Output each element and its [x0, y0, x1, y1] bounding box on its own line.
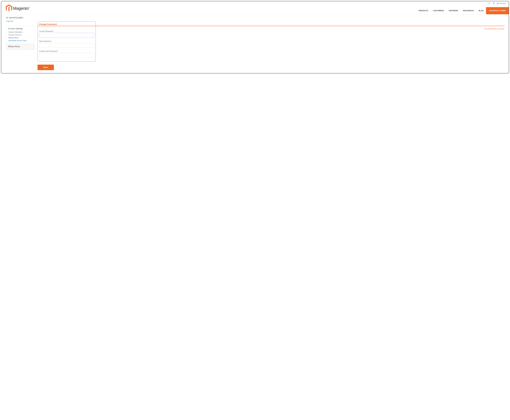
required-star-icon: *	[51, 40, 52, 42]
confirm-new-password-label: Confirm New Password*	[39, 50, 94, 52]
nav-customers[interactable]: CUSTOMERS	[431, 7, 446, 14]
sidebar-link-change-password[interactable]: Change Password	[8, 34, 32, 36]
confirm-new-password-input[interactable]	[39, 53, 94, 58]
required-fields-note: * All indicated fields are required	[484, 28, 504, 30]
form-title: Change Password	[39, 23, 57, 25]
app-frame: My Account Magento® PRODUCTS CUSTOMERS P…	[1, 1, 509, 73]
save-button[interactable]: Save	[38, 65, 54, 70]
magento-logo-icon	[6, 5, 12, 12]
my-account-link[interactable]: My Account	[497, 2, 506, 4]
search-icon[interactable]	[488, 2, 490, 5]
required-star-icon: *	[58, 50, 58, 52]
topbar: My Account	[1, 1, 509, 5]
logout-link[interactable]: Log Out	[6, 20, 13, 22]
page-body: ID: MAG003139862 Log Out Account Setting…	[1, 14, 509, 73]
logo[interactable]: Magento®	[6, 5, 30, 14]
cart-icon[interactable]	[493, 2, 495, 5]
sidebar-link-address-book[interactable]: Address Book	[8, 37, 32, 39]
brand-wordmark: Magento®	[13, 6, 30, 11]
account-id: ID: MAG003139862	[6, 17, 505, 19]
sidebar-link-contact-information[interactable]: Contact Information	[8, 31, 32, 33]
new-password-input[interactable]	[39, 43, 94, 48]
nav-partners[interactable]: PARTNERS	[446, 7, 461, 14]
current-password-label: Current Password*	[39, 30, 94, 32]
schedule-demo-button[interactable]: SCHEDULE A DEMO	[486, 7, 509, 14]
sidebar-link-downloads-access-token[interactable]: Downloads Access Token	[8, 40, 32, 42]
required-star-icon: *	[53, 30, 54, 32]
main-nav: PRODUCTS CUSTOMERS PARTNERS RESOURCES BL…	[416, 7, 509, 14]
nav-resources[interactable]: RESOURCES	[461, 7, 476, 14]
sidebar-billing-history[interactable]: Billing History	[6, 44, 35, 50]
change-password-card: Change Password Current Password*	[38, 21, 96, 61]
account-id-label: ID:	[6, 17, 8, 19]
nav-products[interactable]: PRODUCTS	[416, 7, 431, 14]
account-id-value: MAG003139862	[9, 17, 23, 19]
sidebar-account-settings: Account Settings Contact Information Cha…	[6, 26, 35, 44]
sidebar: Account Settings Contact Information Cha…	[6, 26, 35, 50]
main-content: * All indicated fields are required Chan…	[38, 26, 505, 70]
current-password-input[interactable]	[39, 33, 94, 38]
header: Magento® PRODUCTS CUSTOMERS PARTNERS RES…	[1, 5, 509, 14]
sidebar-title-account-settings: Account Settings	[8, 28, 32, 30]
sidebar-title-billing-history: Billing History	[8, 45, 32, 48]
new-password-label: New Password*	[39, 40, 94, 42]
svg-marker-1	[8, 7, 9, 11]
nav-blog[interactable]: BLOG	[476, 7, 486, 14]
